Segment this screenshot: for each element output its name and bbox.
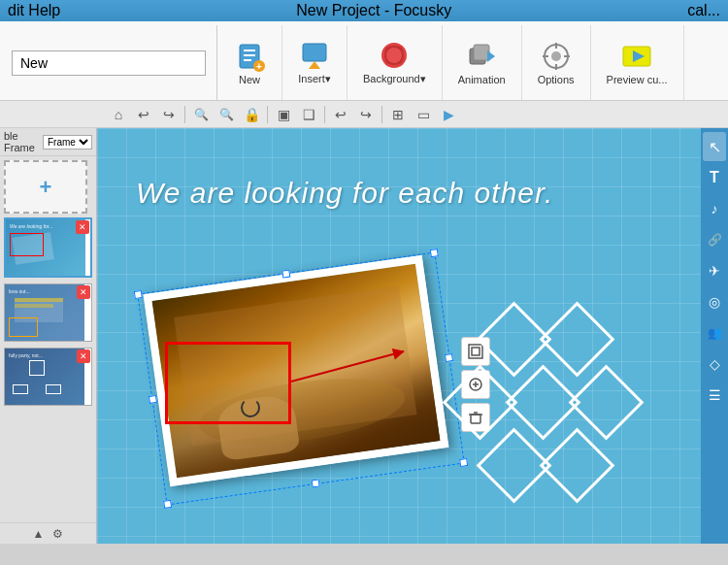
zoom-out-button[interactable]: 🔍 xyxy=(215,103,238,126)
diamond-7 xyxy=(540,428,615,504)
undo-back-button[interactable]: ↩ xyxy=(132,103,155,126)
redo-button[interactable]: ↪ xyxy=(354,103,378,126)
present-button[interactable]: ▶ xyxy=(437,103,460,126)
slide-thumb-1[interactable]: We are looking for... ✕ xyxy=(4,217,92,278)
frame-button[interactable]: ▭ xyxy=(412,103,435,126)
add-icon: + xyxy=(40,175,52,200)
ribbon-group-animation: Animation xyxy=(443,25,522,100)
sel-handle-ml[interactable] xyxy=(149,395,157,404)
name-input-area xyxy=(4,25,217,100)
diamond-5 xyxy=(569,365,645,441)
right-tool-people[interactable]: 👥 xyxy=(703,318,726,348)
right-tool-link[interactable]: 🔗 xyxy=(703,225,726,254)
zoom-in-button[interactable]: 🔍 xyxy=(189,103,213,126)
svg-point-14 xyxy=(551,51,561,61)
new-label: New xyxy=(239,74,260,85)
insert-icon xyxy=(299,40,330,71)
preview-icon xyxy=(621,41,652,72)
slide-settings[interactable]: ⚙ xyxy=(49,525,68,543)
svg-marker-12 xyxy=(487,50,495,62)
panel-label: ble Frame xyxy=(4,130,43,153)
sel-handle-tr[interactable] xyxy=(430,249,439,257)
right-tool-shape[interactable]: ◇ xyxy=(703,349,726,379)
background-icon xyxy=(379,40,410,71)
svg-rect-11 xyxy=(474,45,489,60)
toolbar-separator-3 xyxy=(324,106,325,123)
slides-scroll[interactable]: + We are looking for... ✕ loos out... xyxy=(0,156,96,522)
insert-label: Insert▾ xyxy=(298,73,331,85)
lock-button[interactable]: 🔒 xyxy=(240,103,263,126)
preview-button[interactable]: Preview cu... xyxy=(599,37,676,89)
right-tool-music[interactable]: ♪ xyxy=(703,194,726,223)
undo-button[interactable]: ↩ xyxy=(329,103,352,126)
ribbon-group-background: Background▾ xyxy=(347,25,443,100)
slide-close-1[interactable]: ✕ xyxy=(76,220,89,234)
new-icon: + xyxy=(234,41,265,72)
rotate-cursor xyxy=(241,398,260,417)
title-bar: dit Help New Project - Focusky cal... xyxy=(0,0,728,21)
right-sidebar: ↖ T ♪ 🔗 ✈ ◎ 👥 ◇ ☰ xyxy=(701,128,728,544)
background-button[interactable]: Background▾ xyxy=(355,36,434,89)
ribbon-group-insert: Insert▾ xyxy=(282,25,347,100)
copy-button[interactable]: ❑ xyxy=(297,103,320,126)
slide-nav-up[interactable]: ▲ xyxy=(29,525,49,543)
sel-handle-bl[interactable] xyxy=(163,500,172,509)
animation-label: Animation xyxy=(458,74,506,85)
ribbon-group-preview: Preview cu... xyxy=(591,25,684,100)
right-tool-menu[interactable]: ☰ xyxy=(703,381,726,410)
right-tool-plane[interactable]: ✈ xyxy=(703,256,726,285)
slide-name-input[interactable] xyxy=(12,50,206,76)
toolbar: ⌂ ↩ ↪ 🔍 🔍 🔒 ▣ ❑ ↩ ↪ ⊞ ▭ ▶ xyxy=(0,101,728,128)
animation-button[interactable]: Animation xyxy=(450,37,513,89)
svg-point-9 xyxy=(386,48,402,63)
sel-handle-bm[interactable] xyxy=(312,479,320,487)
new-button[interactable]: + New xyxy=(225,37,274,89)
ribbon: + New Insert▾ xyxy=(0,21,728,101)
slides-panel: ble Frame Frame + We are looking for... … xyxy=(0,128,97,544)
sel-handle-mr[interactable] xyxy=(445,353,453,362)
svg-rect-6 xyxy=(303,44,326,61)
slide-thumb-2[interactable]: loos out... ✕ xyxy=(4,283,92,342)
redo-forward-button[interactable]: ↪ xyxy=(157,103,181,126)
options-label: Options xyxy=(538,74,575,85)
canvas-main-text: We are looking for each other. xyxy=(136,177,643,210)
animation-icon xyxy=(466,41,497,72)
right-tool-text[interactable]: T xyxy=(703,163,726,192)
home-button[interactable]: ⌂ xyxy=(107,103,130,126)
slides-bottom: ▲ ⚙ xyxy=(0,522,96,544)
slide-close-2[interactable]: ✕ xyxy=(77,285,90,299)
slide-thumb-3[interactable]: fully party, not... ✕ xyxy=(4,348,92,406)
rect-button[interactable]: ▣ xyxy=(272,103,295,126)
toolbar-separator-1 xyxy=(184,106,185,123)
main-area: ble Frame Frame + We are looking for... … xyxy=(0,128,728,544)
insert-button[interactable]: Insert▾ xyxy=(290,36,339,89)
ribbon-group-new: + New xyxy=(217,25,282,100)
panel-label-area: ble Frame Frame xyxy=(0,128,96,156)
background-label: Background▾ xyxy=(363,73,426,85)
toolbar-separator-2 xyxy=(267,106,268,123)
preview-label: Preview cu... xyxy=(607,74,668,85)
title-bar-center: New Project - Focusky xyxy=(296,2,451,19)
title-bar-left: dit Help xyxy=(8,2,60,19)
right-tool-circle[interactable]: ◎ xyxy=(703,287,726,316)
svg-text:+: + xyxy=(256,61,262,72)
sel-handle-tl[interactable] xyxy=(134,290,143,299)
svg-marker-7 xyxy=(309,61,320,69)
diamonds-group xyxy=(458,313,652,507)
grid-button[interactable]: ⊞ xyxy=(386,103,410,126)
title-bar-right: cal... xyxy=(687,2,720,19)
panel-dropdown[interactable]: Frame xyxy=(43,135,92,150)
slide-close-3[interactable]: ✕ xyxy=(77,349,90,363)
right-tool-cursor[interactable]: ↖ xyxy=(703,132,726,161)
red-highlight-rect xyxy=(165,342,291,424)
options-icon xyxy=(541,41,572,72)
add-slide-button[interactable]: + xyxy=(4,160,87,214)
toolbar-separator-4 xyxy=(381,106,382,123)
canvas-area[interactable]: We are looking for each other. xyxy=(97,128,701,544)
options-button[interactable]: Options xyxy=(530,37,582,89)
ribbon-group-options: Options xyxy=(522,25,591,100)
